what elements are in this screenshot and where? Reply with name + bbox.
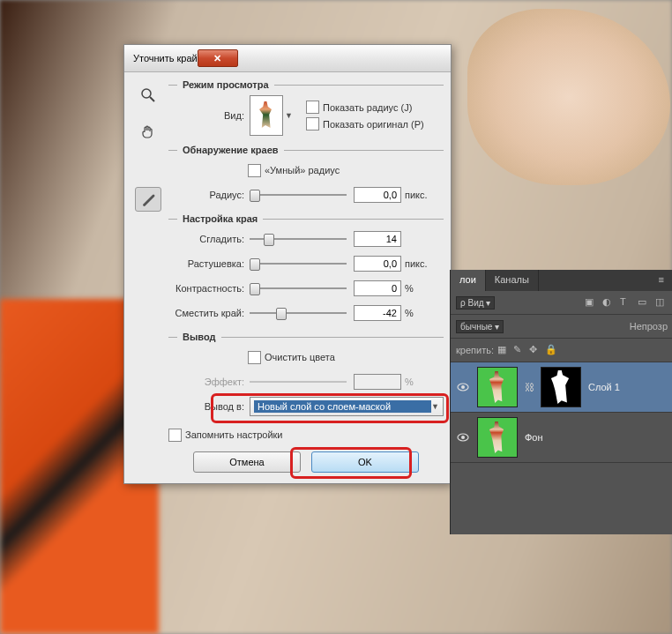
feather-slider[interactable] [250,256,347,272]
smooth-input[interactable] [354,231,401,247]
decontaminate-label[interactable]: Очистить цвета [265,352,335,362]
tab-channels[interactable]: Каналы [486,270,539,291]
output-to-select[interactable]: Новый слой со слоем-маской ▼ [250,397,444,416]
feather-input[interactable] [354,256,401,272]
adjust-group-header: Настройка края [168,213,444,224]
layer-row[interactable]: Фон [451,413,672,463]
brush-tool-button[interactable] [135,187,161,212]
blend-mode-select[interactable]: бычные ▾ [456,320,504,333]
ok-button[interactable]: OK [311,451,419,473]
lock-label: крепить: [456,345,494,355]
radius-label: Радиус: [168,190,250,200]
smooth-label: Сгладить: [168,234,250,244]
filter-smart-icon[interactable]: ◫ [655,296,668,309]
hand-tool-button[interactable] [135,120,161,145]
lock-move-icon[interactable]: ✥ [529,344,541,356]
contrast-slider[interactable] [250,280,347,296]
output-to-selected: Новый слой со слоем-маской [254,400,431,413]
effect-label: Эффект: [168,377,250,387]
view-label: Вид: [168,110,250,121]
eye-icon [456,430,470,444]
panel-menu-button[interactable]: ≡ [650,270,672,291]
show-original-label[interactable]: Показать оригинал (P) [323,119,424,130]
layers-panel: лои Каналы ≡ ρ Вид ▾ ▣ ◐ T ▭ ◫ бычные ▾ … [450,270,672,534]
effect-input [354,374,401,390]
outputto-label: Вывод в: [168,401,250,412]
lock-all-icon[interactable]: 🔒 [545,344,557,356]
radius-input[interactable] [354,187,401,203]
smart-radius-label[interactable]: «Умный» радиус [265,165,340,175]
eye-icon [456,380,470,394]
view-preview-thumb[interactable] [250,95,283,136]
layer-thumbnail[interactable] [477,367,518,407]
dialog-titlebar[interactable]: Уточнить край ✕ [124,45,451,72]
layer-thumbnail[interactable] [477,417,518,458]
dialog-title: Уточнить край [133,53,198,63]
zoom-tool-button[interactable] [135,83,161,108]
preview-group-header: Режим просмотра [168,79,444,90]
filter-shape-icon[interactable]: ▭ [638,296,650,309]
filter-image-icon[interactable]: ▣ [585,296,597,309]
decontaminate-checkbox[interactable] [248,351,261,364]
edge-group-header: Обнаружение краев [168,145,444,155]
chevron-down-icon: ▼ [431,402,439,411]
svg-line-1 [150,97,154,101]
shift-input[interactable] [354,305,401,321]
contrast-label: Контрастность: [168,283,250,294]
close-icon: ✕ [213,53,221,64]
feather-unit: пикс. [405,258,428,269]
layer-filter-select[interactable]: ρ Вид ▾ [456,296,495,310]
svg-point-0 [142,89,151,98]
smooth-slider[interactable] [250,231,347,247]
cancel-button[interactable]: Отмена [193,451,301,473]
tab-layers[interactable]: лои [451,270,486,291]
shift-unit: % [405,308,414,318]
layer-visibility-toggle[interactable] [456,380,470,394]
smart-radius-checkbox[interactable] [248,164,261,177]
filter-type-icon[interactable]: T [620,296,632,309]
view-dropdown-arrow[interactable]: ▼ [285,111,297,120]
effect-slider [250,374,347,390]
layer-row[interactable]: ⛓ Слой 1 [451,362,672,413]
lock-brush-icon[interactable]: ✎ [513,344,526,356]
search-icon [140,87,156,103]
effect-unit: % [405,377,414,387]
mask-thumbnail[interactable] [541,367,581,407]
show-radius-label[interactable]: Показать радиус (J) [323,102,412,113]
layer-name[interactable]: Фон [525,432,543,443]
refine-edge-dialog: Уточнить край ✕ Режим просмотра Вид: [123,44,452,484]
shift-slider[interactable] [250,305,347,321]
filter-adjust-icon[interactable]: ◐ [602,296,615,309]
link-icon[interactable]: ⛓ [525,382,534,392]
shift-label: Сместить край: [168,308,250,318]
layer-name[interactable]: Слой 1 [588,382,620,392]
radius-slider[interactable] [250,187,347,203]
lock-pixels-icon[interactable]: ▦ [497,344,510,356]
svg-point-3 [461,385,465,389]
show-original-checkbox[interactable] [306,117,319,131]
svg-point-5 [461,436,465,439]
output-group-header: Вывод [168,332,444,342]
feather-label: Растушевка: [168,258,250,269]
remember-label[interactable]: Запомнить настройки [185,429,283,440]
opacity-label: Непрозр [630,321,668,332]
hand-icon [140,124,156,140]
layer-visibility-toggle[interactable] [456,430,470,444]
brush-icon [140,191,156,207]
remember-checkbox[interactable] [168,429,182,442]
show-radius-checkbox[interactable] [306,101,319,114]
radius-unit: пикс. [405,190,428,200]
contrast-input[interactable] [354,280,401,296]
close-button[interactable]: ✕ [198,49,238,67]
contrast-unit: % [405,283,414,294]
